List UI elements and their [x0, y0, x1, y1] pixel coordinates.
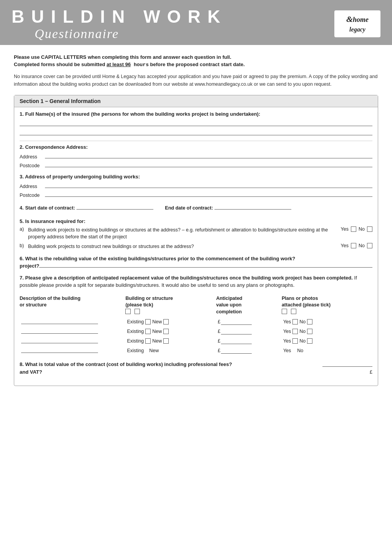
intro-bold: Please use CAPITAL LETTERS when completi… — [14, 53, 378, 69]
q7-pound-sign-3: £ — [218, 338, 220, 344]
q5-text: Is insurance required for: — [25, 218, 85, 224]
question-8: 8. What is total value of the contract (… — [20, 361, 372, 376]
q7-col1-text: Description of the building or structure — [20, 296, 80, 308]
q8-number: 8. — [20, 361, 24, 367]
q5b-no-checkbox[interactable] — [367, 243, 372, 248]
q7-existing-cb-1[interactable] — [145, 319, 151, 324]
q3-address-label: Address — [20, 184, 43, 189]
q5a-yes-label: Yes — [341, 226, 349, 232]
q5b-yesno: Yes No — [338, 243, 372, 248]
page-header: BUILDIN WORK Questionnaire &homelegacy — [0, 0, 392, 45]
q2-postcode-line[interactable] — [45, 161, 372, 167]
question-2: 2. Correspondence Address: Address Postc… — [20, 144, 372, 168]
q7-exist-new-2: Existing New — [127, 329, 214, 334]
table-row: Existing New £ — [20, 336, 372, 346]
q7-new-header-checkbox[interactable] — [135, 309, 140, 314]
q7-yes-label-1: Yes — [283, 319, 291, 324]
q4-end-label: End date of contract: — [165, 205, 213, 211]
q2-address-line[interactable] — [45, 152, 372, 158]
page-content: Please use CAPITAL LETTERS when completi… — [0, 45, 392, 394]
q8-answer-line[interactable] — [322, 361, 372, 367]
q7-desc-line-2[interactable] — [21, 328, 98, 334]
q1-line2[interactable] — [20, 128, 372, 135]
q7-pound-3: £ — [218, 338, 280, 344]
q7-no-cb-1[interactable] — [307, 319, 312, 324]
q7-no-cb-2[interactable] — [307, 329, 312, 334]
q7-existing-cb-2[interactable] — [145, 329, 151, 334]
q7-pound-line-2[interactable] — [221, 328, 252, 334]
q7-no-label-2: No — [299, 329, 306, 334]
q8-answer: £ — [319, 361, 372, 375]
sub-title: Questionnaire — [35, 27, 119, 41]
q7-plans-yes-header-checkbox[interactable] — [282, 309, 287, 314]
q7-yes-label-2: Yes — [283, 329, 291, 334]
q7-yes-cb-2[interactable] — [292, 329, 298, 334]
q5b-row: b) Building work projects to construct n… — [20, 243, 372, 250]
q5a-yes-checkbox[interactable] — [351, 226, 356, 232]
q7-building-type-1: Existing New — [125, 317, 216, 326]
q5b-yes-checkbox[interactable] — [351, 243, 356, 248]
q7-new-cb-1[interactable] — [163, 319, 169, 324]
table-row: Existing New £ — [20, 326, 372, 336]
q1-line1[interactable] — [20, 119, 372, 126]
q3-postcode-line[interactable] — [45, 191, 372, 197]
q7-pound-line-4[interactable] — [221, 348, 252, 354]
q7-desc-1 — [20, 317, 125, 326]
q7-existing-label-3: Existing — [127, 338, 144, 344]
q7-plans-no-header-checkbox[interactable] — [291, 309, 296, 314]
q6-text: What is the rebuilding value of the exis… — [25, 256, 295, 261]
q7-desc-line-1[interactable] — [21, 318, 98, 324]
intro-line2-prefix: Completed forms should be submitted — [14, 62, 106, 67]
q7-no-cb-3[interactable] — [307, 338, 312, 344]
q4-end-line[interactable] — [214, 203, 291, 210]
q7-existing-cb-3[interactable] — [145, 338, 151, 344]
question-5: 5. Is insurance required for: a) Buildin… — [20, 218, 372, 250]
q7-desc-3 — [20, 336, 125, 346]
q2-label: 2. Correspondence Address: — [20, 144, 372, 150]
q5-number: 5. — [20, 218, 24, 224]
q7-exist-new-1: Existing New — [127, 319, 214, 324]
question-3: 3. Address of property undergoing buildi… — [20, 174, 372, 198]
q7-col3-header: Anticipated value upon completion — [216, 294, 281, 317]
q7-yes-label-4: Yes — [283, 348, 291, 353]
q7-value-1: £ — [216, 317, 281, 326]
q7-pound-sign-2: £ — [218, 329, 220, 334]
q7-plans-4: Yes No — [282, 346, 372, 355]
q2-postcode-row: Postcode — [20, 161, 372, 168]
q7-exist-new-4: Existing New — [127, 348, 214, 353]
q7-number: 7. — [20, 275, 24, 281]
q7-desc-4 — [20, 346, 125, 355]
question-4: 4. Start date of contract: End date of c… — [20, 203, 372, 213]
q4-start-line[interactable] — [76, 203, 153, 210]
q4-number: 4. — [20, 205, 23, 211]
q8-pound: £ — [319, 369, 372, 375]
q7-new-label-2: New — [152, 329, 162, 334]
q7-yes-cb-3[interactable] — [292, 338, 298, 344]
q7-yes-cb-1[interactable] — [292, 319, 298, 324]
q7-yesno-1: Yes No — [283, 319, 371, 324]
q5a-no-label: No — [359, 226, 365, 232]
q7-desc-line-4[interactable] — [21, 347, 98, 353]
q3-address-line[interactable] — [45, 182, 372, 188]
intro-mono: hours — [131, 62, 149, 68]
q4-end: End date of contract: — [165, 203, 291, 211]
q7-desc-line-3[interactable] — [21, 337, 98, 343]
q7-pound-line-3[interactable] — [221, 338, 252, 344]
q7-value-3: £ — [216, 336, 281, 346]
q7-value-2: £ — [216, 326, 281, 336]
q7-pound-sign-4: £ — [218, 348, 220, 353]
q7-col3-text: Anticipated value upon completion — [216, 296, 242, 314]
q6-line-row: project? — [20, 261, 372, 269]
q4-start-label: Start date of contract: — [25, 205, 75, 211]
q7-existing-header-checkbox[interactable] — [125, 309, 131, 314]
q7-text: Please give a description of anticipated… — [25, 275, 352, 281]
q7-col4-text: Plans or photos attached (please tick) — [282, 296, 331, 308]
q7-new-label-1: New — [152, 319, 162, 324]
q5a-no-checkbox[interactable] — [367, 226, 372, 232]
q7-pound-line-1[interactable] — [221, 319, 252, 325]
q7-col2-header: Building or structure (please tick) — [125, 294, 216, 317]
q7-pound-1: £ — [218, 319, 280, 325]
q7-new-cb-3[interactable] — [163, 338, 169, 344]
q7-new-cb-2[interactable] — [163, 329, 169, 334]
q6-answer-line[interactable] — [39, 261, 372, 268]
